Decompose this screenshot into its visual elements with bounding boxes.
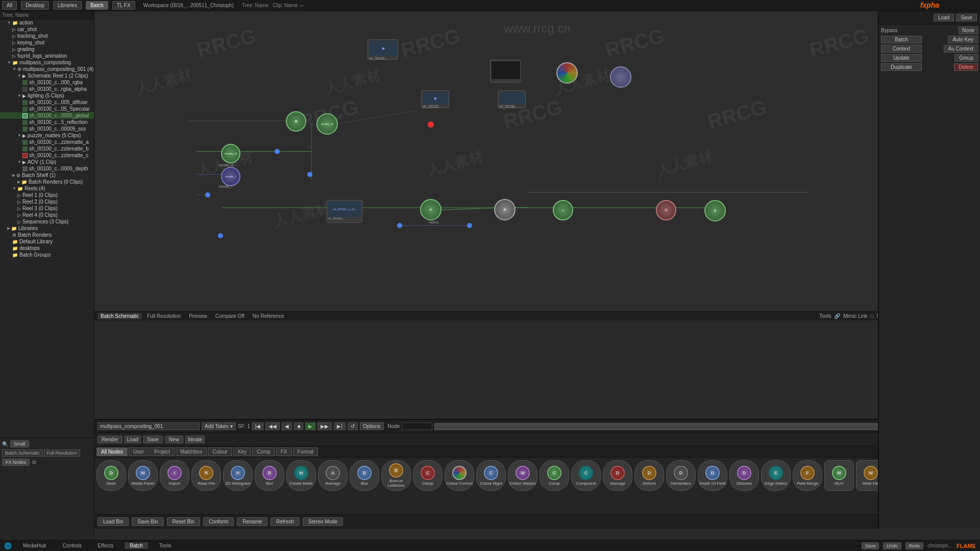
rename-button[interactable]: Rename [237,517,267,526]
sidebar-item-multipass[interactable]: ▼ 📁 multipass_compositing [0,59,94,66]
node-btn-burn-in-letterbox[interactable]: B Burn-in Letterbox [381,460,411,491]
node-thumb-2[interactable]: ▶ sh_00100... [421,90,449,108]
stop-button[interactable]: ■ [294,422,303,430]
node-btn-media-panel[interactable]: M Media Panel [128,460,158,491]
reset-bin-button[interactable]: Reset Bin [167,517,200,526]
status-tab-tools[interactable]: Tools [154,542,176,549]
sidebar-item-rgba[interactable]: sh_00100_c...000_rgba [0,79,94,86]
node-btn-colour-mgnt[interactable]: C Colour Mgnt [476,460,506,491]
sidebar-item-puzzle-mattes[interactable]: ▼ ▶ puzzle_mattes (5 Clips) [0,132,94,139]
status-tab-effects[interactable]: Effects [93,542,118,549]
schematic-tab-preview[interactable]: Preview [186,313,210,319]
node-btn-damage[interactable]: D Damage [603,460,632,491]
sidebar-item-reflection[interactable]: sh_00100_c...5_reflection [0,119,94,126]
node-circle-clears-ld[interactable]: clears_ld [316,113,338,135]
sidebar-item-matte-b[interactable]: sh_00100_c...zzlematte_b [0,145,94,152]
tab-libraries[interactable]: Libraries [53,1,82,10]
sidebar-item-batch-shelf[interactable]: ▶ ⚙ Batch Shelf (1) [0,172,94,179]
node-btn-2d-histogram[interactable]: H 2D Histogram [223,460,253,491]
sidebar-item-libraries[interactable]: ▶ 📁 Libraries [0,225,94,232]
schematic-tab-compare[interactable]: Compare Off [212,313,248,319]
sidebar-item-reel4[interactable]: ▷ Reel 4 (0 Clips) [0,212,94,218]
context-button[interactable]: Context [881,45,922,53]
node-circle-top-right-1[interactable] [556,62,578,84]
palette-tab-user[interactable]: User [129,447,149,456]
node-circle-bottom-1[interactable]: ⊕ [420,199,442,220]
sidebar-item-lighting[interactable]: ▼ ▶ lighting (5 Clips) [0,92,94,99]
add-token-button[interactable]: Add Token ▾ [202,422,236,430]
sidebar-item-mpc001[interactable]: ▼ ⚙ multipass_compositing_001 (4) [0,66,94,72]
sidebar-item-desktops[interactable]: 📁 desktops [0,245,94,252]
sidebar-item-diffuse[interactable]: sh_00100_c...005_diffuse [0,99,94,106]
right-load-button[interactable]: Load [934,14,954,21]
schematic-tab-noreference[interactable]: No Reference [250,313,287,319]
frame-input[interactable] [402,422,432,430]
sidebar-item-action[interactable]: ▼ 📁 action [0,19,94,26]
schematic-tab-fullres[interactable]: Full Resolution [144,313,184,319]
sidebar-item-batch-groups[interactable]: 📁 Batch Groups [0,252,94,258]
clip-name-input[interactable]: multipass_compositing_001 [97,422,200,430]
node-btn-blur[interactable]: B Blur [255,460,284,491]
iterate-dropdown[interactable]: Iterate [185,436,205,443]
sidebar-item-reel1[interactable]: ▷ Reel 1 (0 Clips) [0,192,94,198]
node-btn-deform[interactable]: D Deform [634,460,664,491]
node-circle-bottom-4[interactable]: ⊕ [656,200,676,220]
node-circle-bottom-3[interactable]: ⊙ [553,200,573,220]
node-thumb-4[interactable]: sh_00100... [498,90,526,108]
status-tab-controls[interactable]: Controls [58,542,87,549]
sidebar-item-sss[interactable]: sh_00100_c...00005_sss [0,126,94,132]
status-redo-button[interactable]: Redo [905,542,924,549]
sidebar-item-default-library[interactable]: 📁 Default Library [0,238,94,245]
palette-tab-fx[interactable]: FX [276,447,292,456]
go-to-start-button[interactable]: |◀ [252,422,264,430]
node-thumb-3[interactable] [490,60,521,83]
status-save-button[interactable]: Save [862,542,879,549]
sidebar-item-depth[interactable]: sh_00100_c...0005_depth [0,165,94,172]
node-canvas[interactable]: www.rrcg.cn RRCG RRCG RRCG RRCG RRCG RRC… [94,11,980,320]
new-button[interactable]: New [165,436,183,443]
node-btn-colour-warper[interactable]: W Colour Warper [508,460,537,491]
tab-batch[interactable]: Batch [86,1,108,10]
duplicate-button[interactable]: Duplicate [881,63,922,71]
play-button[interactable]: ▶ [305,422,315,430]
node-circle-1[interactable]: ⊕ [286,111,306,132]
fx-nodes-button[interactable]: FX Nodes [2,459,30,466]
node-btn-clamp[interactable]: C Clamp [413,460,443,491]
node-thumb-1[interactable]: ▶ sh_00100... [368,39,398,60]
node-btn-average[interactable]: A Average [318,460,348,491]
sidebar-item-reel3[interactable]: ▷ Reel 3 (0 Clips) [0,205,94,212]
node-btn-mux[interactable]: M MUX [824,460,854,491]
sidebar-item-tracking-shot[interactable]: ▷ tracking_shot [0,33,94,39]
schematic-tab-batch[interactable]: Batch Schematic [97,313,142,319]
node-btn-blur2[interactable]: B Blur [350,460,379,491]
sidebar-item-batch-renders[interactable]: ▶ 📁 Batch Renders (0 Clips) [0,179,94,185]
play-backward-button[interactable]: ◀ [282,422,292,430]
node-circle-top-right-2[interactable] [610,66,631,88]
node-btn-dissolve[interactable]: D Dissolve [729,460,759,491]
sidebar-item-car-shot[interactable]: ▷ car_shot [0,26,94,33]
node-btn-deinterlace[interactable]: D Deinterlace [666,460,696,491]
status-tab-mediahub[interactable]: MediaHub [18,542,52,549]
load-bin-button[interactable]: Load Bin [97,517,129,526]
stereo-mode-button[interactable]: Stereo Mode [303,517,343,526]
au-context-button[interactable]: Au Context [944,45,978,53]
palette-tab-matchbox[interactable]: Matchbox [176,447,207,456]
palette-tab-key[interactable]: Key [233,447,251,456]
sidebar-full-res-tab[interactable]: Full Resolution [44,449,81,457]
sidebar-batch-schematic-tab[interactable]: Batch Schematic [2,449,43,457]
tab-desktop[interactable]: Desktop [21,1,49,10]
prev-frame-button[interactable]: ◀◀ [265,422,280,430]
options-button[interactable]: Options [360,422,383,430]
sidebar-item-keying-shot[interactable]: ▷ keying_shot [0,39,94,46]
node-thumb-bottom-1[interactable]: sh_00100_c_z2... sh_00100... [327,200,362,223]
right-save-button[interactable]: Save [956,14,977,21]
palette-tab-format[interactable]: Format [293,447,318,456]
palette-tab-project[interactable]: Project [150,447,175,456]
conform-button[interactable]: Conform [203,517,234,526]
tab-tl-fx[interactable]: TL FX [112,1,135,10]
sidebar-item-specular[interactable]: sh_00100_c...05_Specular [0,106,94,112]
sidebar-item-schematic-reel[interactable]: ▼ ▶ Schematic Reel 1 (2 Clips) [0,72,94,79]
sidebar-item-sequences[interactable]: ▷ Sequences (3 Clips) [0,218,94,225]
sidebar-item-rgba-alpha[interactable]: sh_00100_c...rgba_alpha [0,86,94,92]
sidebar-item-reels[interactable]: ▼ 📁 Reels (4) [0,185,94,192]
